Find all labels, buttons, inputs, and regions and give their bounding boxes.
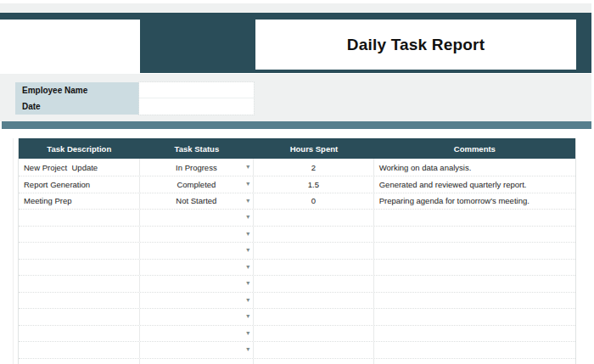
table-row-empty: ▾ bbox=[19, 293, 575, 310]
table-row-empty: ▾ bbox=[19, 326, 575, 343]
dropdown-arrow-icon[interactable]: ▾ bbox=[246, 313, 249, 320]
task-status-cell[interactable]: ▾ bbox=[140, 260, 255, 276]
date-label: Date bbox=[22, 102, 41, 111]
employee-name-label: Employee Name bbox=[22, 86, 87, 95]
task-status-value: Not Started bbox=[176, 196, 216, 205]
date-label-row: Date bbox=[15, 98, 139, 115]
table-row-empty: ▾ bbox=[19, 276, 575, 293]
task-description-cell[interactable] bbox=[19, 243, 140, 259]
task-description-cell[interactable] bbox=[19, 227, 140, 243]
form-label-block: Employee Name Date bbox=[15, 82, 139, 115]
table-row: Meeting PrepNot Started▾0Preparing agend… bbox=[19, 193, 575, 210]
logo-area bbox=[0, 20, 140, 74]
task-description-cell[interactable]: Meeting Prep bbox=[19, 193, 140, 210]
dropdown-arrow-icon[interactable]: ▾ bbox=[246, 231, 249, 238]
task-status-cell[interactable]: In Progress▾ bbox=[140, 159, 255, 176]
table-row: Report GenerationCompleted▾1.5Generated … bbox=[19, 176, 575, 193]
task-description-cell[interactable]: New Project Update bbox=[19, 159, 140, 176]
task-status-value: In Progress bbox=[176, 163, 217, 172]
hours-spent-cell[interactable] bbox=[254, 210, 374, 226]
hours-spent-cell[interactable] bbox=[254, 326, 374, 342]
task-description-cell[interactable]: Report Generation bbox=[19, 176, 140, 193]
task-status-cell[interactable]: ▾ bbox=[140, 243, 255, 259]
task-status-cell[interactable]: ▾ bbox=[140, 210, 255, 226]
comments-cell[interactable]: Working on data analysis. bbox=[374, 159, 575, 176]
dropdown-arrow-icon[interactable]: ▾ bbox=[246, 264, 249, 271]
header-task-description: Task Description bbox=[19, 144, 140, 154]
dropdown-arrow-icon[interactable]: ▾ bbox=[246, 280, 249, 287]
hours-spent-cell[interactable] bbox=[254, 359, 374, 364]
task-status-cell[interactable]: Completed▾ bbox=[140, 176, 255, 193]
dropdown-arrow-icon[interactable]: ▾ bbox=[246, 330, 249, 337]
task-status-cell[interactable]: ▾ bbox=[140, 293, 255, 309]
comments-cell[interactable] bbox=[374, 359, 575, 364]
table-row-empty: ▾ bbox=[19, 210, 575, 227]
title-box: Daily Task Report bbox=[255, 20, 576, 70]
hours-spent-cell[interactable]: 0 bbox=[254, 193, 374, 210]
comments-cell[interactable] bbox=[374, 342, 575, 358]
table-row-empty: ▾ bbox=[19, 260, 575, 277]
header-hours-spent: Hours Spent bbox=[254, 144, 374, 154]
dropdown-arrow-icon[interactable]: ▾ bbox=[246, 346, 249, 353]
task-status-cell[interactable]: ▾ bbox=[140, 309, 255, 325]
comments-cell[interactable]: Preparing agenda for tomorrow's meeting. bbox=[374, 193, 575, 210]
comments-cell[interactable] bbox=[374, 276, 575, 292]
task-status-cell[interactable]: ▾ bbox=[140, 326, 255, 342]
table-row-empty: ▾ bbox=[19, 342, 575, 359]
comments-cell[interactable] bbox=[374, 326, 575, 342]
task-description-cell[interactable] bbox=[19, 342, 140, 358]
dropdown-arrow-icon[interactable]: ▾ bbox=[246, 214, 249, 221]
table-row-empty: ▾ bbox=[19, 243, 575, 260]
task-description-cell[interactable] bbox=[19, 309, 140, 325]
comments-cell[interactable]: Generated and reviewed quarterly report. bbox=[374, 176, 575, 193]
hours-spent-cell[interactable] bbox=[254, 243, 374, 259]
date-input[interactable] bbox=[139, 98, 254, 115]
hours-spent-cell[interactable] bbox=[254, 309, 374, 325]
dropdown-arrow-icon[interactable]: ▾ bbox=[246, 297, 249, 304]
task-description-cell[interactable] bbox=[19, 260, 140, 276]
header-task-status: Task Status bbox=[140, 144, 255, 154]
comments-cell[interactable] bbox=[374, 227, 575, 243]
section-divider-bar bbox=[2, 121, 591, 129]
header-comments: Comments bbox=[374, 144, 575, 154]
task-description-cell[interactable] bbox=[19, 293, 140, 309]
dropdown-arrow-icon[interactable]: ▾ bbox=[246, 247, 249, 254]
comments-cell[interactable] bbox=[374, 309, 575, 325]
task-status-value: Completed bbox=[177, 180, 216, 189]
hours-spent-cell[interactable] bbox=[254, 293, 374, 309]
comments-cell[interactable] bbox=[374, 260, 575, 276]
task-status-cell[interactable]: ▾ bbox=[140, 227, 255, 243]
top-margin-strip bbox=[0, 3, 591, 13]
hours-spent-cell[interactable]: 1.5 bbox=[254, 176, 374, 193]
hours-spent-cell[interactable] bbox=[254, 276, 374, 292]
task-description-cell[interactable] bbox=[19, 210, 140, 226]
task-status-cell[interactable]: ▾ bbox=[140, 276, 255, 292]
hours-spent-cell[interactable] bbox=[254, 342, 374, 358]
table-row-empty: ▾ bbox=[19, 359, 575, 364]
dropdown-arrow-icon[interactable]: ▾ bbox=[246, 181, 249, 188]
hours-spent-cell[interactable] bbox=[254, 227, 374, 243]
task-status-cell[interactable]: ▾ bbox=[140, 342, 255, 358]
table-header-row: Task Description Task Status Hours Spent… bbox=[19, 138, 575, 159]
dropdown-arrow-icon[interactable]: ▾ bbox=[246, 164, 249, 171]
comments-cell[interactable] bbox=[374, 210, 575, 226]
employee-name-input[interactable] bbox=[139, 82, 254, 98]
table-row: New Project UpdateIn Progress▾2Working o… bbox=[19, 159, 575, 176]
task-description-cell[interactable] bbox=[19, 276, 140, 292]
task-status-cell[interactable]: ▾ bbox=[140, 359, 255, 364]
task-table-body: New Project UpdateIn Progress▾2Working o… bbox=[19, 159, 575, 364]
hours-spent-cell[interactable] bbox=[254, 260, 374, 276]
task-description-cell[interactable] bbox=[19, 359, 140, 364]
task-description-cell[interactable] bbox=[19, 326, 140, 342]
form-input-block bbox=[139, 82, 254, 115]
table-row-empty: ▾ bbox=[19, 309, 575, 326]
hours-spent-cell[interactable]: 2 bbox=[254, 159, 374, 176]
table-row-empty: ▾ bbox=[19, 227, 575, 244]
sheet-gridline bbox=[13, 138, 14, 364]
employee-name-label-row: Employee Name bbox=[15, 82, 139, 98]
task-table: Task Description Task Status Hours Spent… bbox=[18, 138, 576, 364]
dropdown-arrow-icon[interactable]: ▾ bbox=[246, 198, 249, 204]
task-status-cell[interactable]: Not Started▾ bbox=[140, 193, 255, 210]
comments-cell[interactable] bbox=[374, 243, 575, 259]
comments-cell[interactable] bbox=[374, 293, 575, 309]
